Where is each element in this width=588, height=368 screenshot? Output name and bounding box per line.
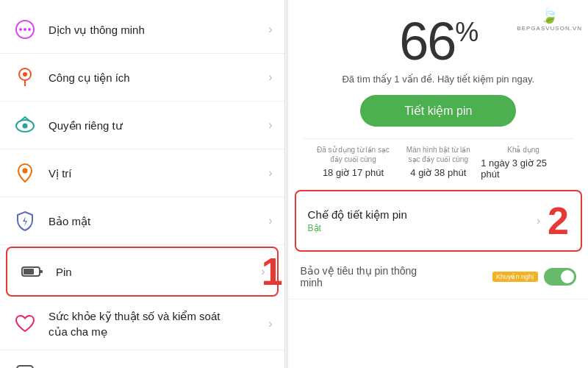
left-panel: Dịch vụ thông minh › Công cụ tiện ích › … — [0, 0, 285, 368]
chevron-right-icon: › — [268, 23, 272, 36]
stat-label-1: Đã sử dụng từ lần sạcđầy cuối cùng — [317, 145, 390, 164]
sidebar-item-dich-vu-thong-minh[interactable]: Dịch vụ thông minh › — [0, 6, 284, 54]
location-icon — [12, 160, 38, 186]
shield-lightning-icon — [12, 208, 38, 234]
right-menu-item-bao-ve[interactable]: Bảo vệ tiêu thụ pin thôngminh Khuyến ngh… — [289, 255, 588, 300]
right-menu-text-bao-ve: Bảo vệ tiêu thụ pin thôngminh — [301, 265, 492, 289]
watermark-logo-icon: 🍃 — [517, 6, 582, 25]
svg-point-2 — [24, 28, 26, 31]
watermark-text: BEPGASVUSON.VN — [517, 25, 582, 32]
svg-rect-12 — [40, 270, 43, 273]
sidebar-item-label: Quyền riêng tư — [49, 118, 268, 133]
right-menu-title-bao-ve: Bảo vệ tiêu thụ pin thôngminh — [301, 265, 492, 289]
stat-col-1: Đã sử dụng từ lần sạcđầy cuối cùng 18 gi… — [311, 145, 396, 180]
right-menu-subtitle-che-do: Bật — [308, 223, 537, 233]
chevron-right-icon: › — [261, 265, 265, 278]
chevron-right-icon: › — [268, 317, 272, 330]
protection-toggle[interactable] — [544, 268, 576, 286]
svg-point-3 — [28, 28, 31, 31]
right-menu-text-che-do: Chế độ tiết kiệm pin Bật — [308, 208, 537, 233]
sidebar-item-suc-khoe[interactable]: Sức khỏe kỹ thuật số và kiểm soátcủa cha… — [0, 298, 284, 350]
eye-shield-icon — [12, 112, 38, 138]
chevron-right-icon: › — [268, 118, 272, 132]
panel-divider — [287, 0, 287, 368]
chevron-right-icon: › — [268, 166, 272, 180]
stat-value-1: 18 giờ 17 phút — [323, 167, 384, 178]
chevron-right-icon: › — [268, 71, 272, 84]
battery-description: Đã tìm thấy 1 vấn đề. Hãy tiết kiệm pin … — [342, 74, 534, 85]
sidebar-item-label: Công cụ tiện ích — [49, 70, 268, 85]
watermark: 🍃 BEPGASVUSON.VN — [517, 6, 582, 32]
sidebar-item-vi-tri[interactable]: Vị trí › — [0, 149, 284, 197]
sidebar-item-quyen-rieng-tu[interactable]: Quyền riêng tư › — [0, 102, 284, 149]
sidebar-item-label: Sức khỏe kỹ thuật số và kiểm soátcủa cha… — [49, 308, 268, 339]
stat-col-2: Màn hình bật từ lầnsạc đầy cuối cùng 4 g… — [395, 145, 481, 180]
sidebar-item-ngon-ngu[interactable]: A Ngôn ngữ & khu vực › — [0, 350, 284, 368]
step-2-label: 2 — [548, 202, 569, 240]
stat-label-2: Màn hình bật từ lầnsạc đầy cuối cùng — [406, 145, 470, 164]
stat-value-2: 4 giờ 38 phút — [410, 167, 466, 178]
toggle-wrap: Khuyến nghị — [492, 268, 576, 286]
sidebar-item-label: Dịch vụ thông minh — [49, 22, 268, 38]
sidebar-item-label: Vị trí — [49, 166, 268, 181]
circle-dots-icon — [12, 16, 38, 43]
sidebar-item-label: Bảo mật — [49, 213, 268, 229]
right-menu: Chế độ tiết kiệm pin Bật › 2 Bảo vệ tiêu… — [289, 187, 588, 368]
heart-icon — [12, 311, 38, 337]
map-pin-icon — [12, 64, 38, 91]
letter-a-icon: A — [12, 361, 38, 368]
chevron-right-icon: › — [268, 214, 272, 227]
battery-percentage: 66% — [399, 15, 477, 68]
svg-point-1 — [19, 28, 22, 31]
right-menu-item-che-do[interactable]: Chế độ tiết kiệm pin Bật › 2 — [295, 190, 582, 252]
chevron-right-icon: › — [537, 214, 540, 227]
right-panel: 🍃 BEPGASVUSON.VN 66% Đã tìm thấy 1 vấn đ… — [289, 0, 588, 368]
stat-label-3: Khả dụng — [507, 145, 539, 155]
svg-point-9 — [23, 169, 28, 174]
battery-icon — [19, 258, 46, 285]
save-battery-button[interactable]: Tiết kiệm pin — [360, 95, 516, 127]
sidebar-item-pin[interactable]: Pin › 1 — [6, 247, 279, 297]
recommendation-badge: Khuyến nghị — [492, 272, 538, 282]
svg-rect-11 — [24, 269, 34, 275]
sidebar-item-bao-mat[interactable]: Bảo mật › — [0, 197, 284, 245]
battery-stats: Đã sử dụng từ lần sạcđầy cuối cùng 18 gi… — [304, 138, 573, 180]
sidebar-item-label: Pin — [56, 264, 261, 280]
stat-col-3: Khả dụng 1 ngày 3 giờ 25 phút — [481, 145, 566, 180]
svg-point-5 — [23, 72, 27, 77]
svg-point-8 — [23, 124, 28, 129]
right-menu-title-che-do: Chế độ tiết kiệm pin — [308, 208, 537, 222]
stat-value-3: 1 ngày 3 giờ 25 phút — [481, 158, 566, 180]
sidebar-item-cong-cu-tien-ich[interactable]: Công cụ tiện ích › — [0, 54, 284, 102]
